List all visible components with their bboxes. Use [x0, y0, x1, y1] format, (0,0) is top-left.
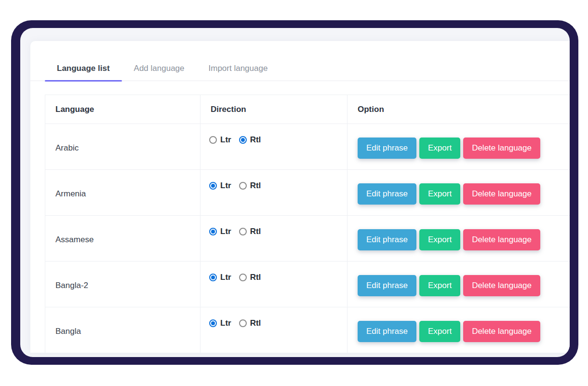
delete-language-button[interactable]: Delete language — [463, 275, 540, 296]
table-body: ArabicLtrRtlEdit phraseExportDelete lang… — [45, 124, 570, 353]
direction-radio-rtl[interactable] — [239, 136, 247, 144]
direction-option-rtl: Rtl — [239, 135, 261, 145]
language-table: Language Direction Option ArabicLtrRtlEd… — [45, 95, 570, 353]
table-row: ArabicLtrRtlEdit phraseExportDelete lang… — [45, 124, 570, 170]
language-name-cell: Arabic — [45, 124, 200, 170]
direction-option-ltr: Ltr — [209, 273, 231, 282]
direction-option-rtl: Rtl — [239, 181, 261, 191]
direction-option-ltr: Ltr — [209, 181, 231, 191]
direction-radio-ltr[interactable] — [209, 136, 217, 144]
table-row: Bangla-2LtrRtlEdit phraseExportDelete la… — [45, 262, 570, 307]
table-row: ArmeniaLtrRtlEdit phraseExportDelete lan… — [45, 170, 570, 216]
edit-phrase-button[interactable]: Edit phrase — [358, 138, 416, 159]
direction-option-rtl: Rtl — [239, 227, 261, 236]
direction-radio-ltr[interactable] — [209, 274, 217, 281]
language-name-cell: Bangla — [45, 307, 200, 353]
direction-radio-label: Ltr — [220, 227, 231, 236]
language-name-cell: Armenia — [45, 170, 200, 216]
column-header-language: Language — [45, 95, 200, 124]
direction-cell: LtrRtl — [200, 307, 347, 353]
direction-radio-label: Rtl — [250, 181, 261, 191]
direction-radio-ltr[interactable] — [209, 182, 217, 190]
table-header-row: Language Direction Option — [45, 95, 570, 124]
direction-radio-ltr[interactable] — [209, 228, 217, 235]
direction-option-rtl: Rtl — [239, 273, 261, 282]
direction-radio-label: Ltr — [220, 135, 231, 145]
tab-label: Import language — [209, 64, 268, 73]
table-row: AssameseLtrRtlEdit phraseExportDelete la… — [45, 216, 570, 262]
table-row: BanglaLtrRtlEdit phraseExportDelete lang… — [45, 307, 570, 353]
direction-radio-ltr[interactable] — [209, 319, 217, 327]
direction-option-ltr: Ltr — [209, 135, 231, 145]
export-button[interactable]: Export — [419, 138, 460, 159]
option-cell: Edit phraseExportDelete language — [347, 216, 570, 262]
option-cell: Edit phraseExportDelete language — [347, 170, 570, 216]
direction-cell: LtrRtl — [200, 170, 347, 216]
direction-radio-label: Rtl — [250, 227, 261, 236]
export-button[interactable]: Export — [419, 321, 460, 342]
direction-cell: LtrRtl — [200, 262, 347, 307]
export-button[interactable]: Export — [419, 183, 460, 205]
content-card: Language list Add language Import langua… — [30, 41, 570, 353]
edit-phrase-button[interactable]: Edit phrase — [358, 183, 416, 205]
direction-radio-label: Rtl — [250, 135, 261, 145]
edit-phrase-button[interactable]: Edit phrase — [358, 321, 416, 342]
delete-language-button[interactable]: Delete language — [463, 138, 540, 159]
direction-radio-label: Rtl — [250, 273, 261, 282]
tab-import-language[interactable]: Import language — [197, 56, 280, 81]
direction-option-ltr: Ltr — [209, 227, 231, 236]
tab-language-list[interactable]: Language list — [45, 56, 122, 81]
direction-radio-label: Ltr — [220, 181, 231, 191]
tab-add-language[interactable]: Add language — [122, 56, 197, 81]
page-background-panel: Language list Add language Import langua… — [20, 28, 570, 357]
tab-bar: Language list Add language Import langua… — [30, 41, 570, 81]
direction-radio-label: Ltr — [220, 318, 231, 328]
edit-phrase-button[interactable]: Edit phrase — [358, 229, 416, 250]
page: { "tabs": { "items": [ { "label": "Langu… — [0, 0, 588, 386]
language-name-cell: Bangla-2 — [45, 262, 200, 307]
column-header-direction: Direction — [200, 95, 347, 124]
direction-radio-rtl[interactable] — [239, 182, 247, 190]
column-header-option: Option — [347, 95, 570, 124]
direction-radio-rtl[interactable] — [239, 319, 247, 327]
language-name-cell: Assamese — [45, 216, 200, 262]
option-cell: Edit phraseExportDelete language — [347, 124, 570, 170]
delete-language-button[interactable]: Delete language — [463, 321, 540, 342]
tab-label: Language list — [57, 64, 110, 73]
direction-cell: LtrRtl — [200, 124, 347, 170]
device-frame: Language list Add language Import langua… — [11, 20, 578, 365]
tab-label: Add language — [134, 64, 185, 73]
direction-radio-rtl[interactable] — [239, 228, 247, 235]
direction-radio-label: Rtl — [250, 318, 261, 328]
export-button[interactable]: Export — [419, 229, 460, 250]
export-button[interactable]: Export — [419, 275, 460, 296]
direction-cell: LtrRtl — [200, 216, 347, 262]
delete-language-button[interactable]: Delete language — [463, 183, 540, 205]
direction-option-rtl: Rtl — [239, 318, 261, 328]
edit-phrase-button[interactable]: Edit phrase — [358, 275, 416, 296]
option-cell: Edit phraseExportDelete language — [347, 307, 570, 353]
language-table-wrap: Language Direction Option ArabicLtrRtlEd… — [45, 95, 570, 353]
option-cell: Edit phraseExportDelete language — [347, 262, 570, 307]
direction-radio-label: Ltr — [220, 273, 231, 282]
direction-radio-rtl[interactable] — [239, 274, 247, 281]
direction-option-ltr: Ltr — [209, 318, 231, 328]
delete-language-button[interactable]: Delete language — [463, 229, 540, 250]
